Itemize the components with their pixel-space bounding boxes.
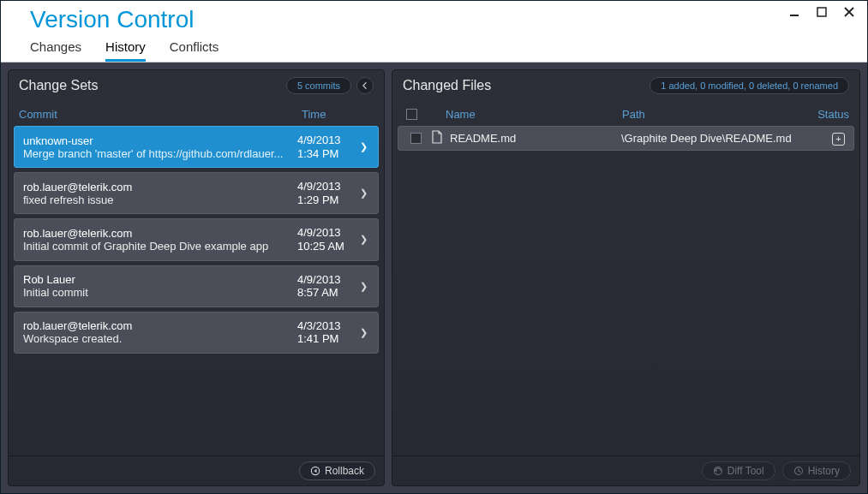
- commit-date: 4/9/2013: [297, 180, 357, 193]
- rollback-button[interactable]: Rollback: [299, 461, 375, 480]
- close-button[interactable]: [843, 6, 855, 18]
- column-header-commit: Commit: [19, 108, 302, 121]
- minimize-button[interactable]: [788, 6, 800, 18]
- commit-count-badge: 5 commits: [286, 77, 351, 94]
- commit-date: 4/3/2013: [297, 319, 357, 333]
- commit-message: Initial commit: [23, 286, 297, 299]
- chevron-right-icon: ❯: [357, 141, 369, 152]
- change-sets-header: Change Sets 5 commits: [9, 70, 384, 101]
- change-sets-panel: Change Sets 5 commits Commit Time unknow…: [8, 69, 385, 486]
- rollback-icon: [310, 466, 320, 476]
- svg-rect-1: [817, 8, 826, 16]
- commit-message: Initial commit of Graphite Deep Dive exa…: [23, 240, 297, 253]
- titlebar: Version Control Changes History Conflict…: [1, 1, 867, 62]
- commit-time: 1:29 PM: [297, 193, 357, 207]
- changed-files-column-headers: Name Path Status: [392, 101, 859, 126]
- history-icon: [793, 466, 804, 476]
- history-button[interactable]: History: [782, 461, 851, 480]
- chevron-right-icon: ❯: [357, 327, 369, 338]
- window-controls: [788, 1, 867, 18]
- commit-time: 10:25 AM: [297, 240, 357, 253]
- collapse-panel-button[interactable]: [356, 77, 374, 94]
- changed-files-summary: 1 added, 0 modified, 0 deleted, 0 rename…: [650, 77, 849, 94]
- app-title: Version Control: [1, 1, 194, 33]
- close-icon: [844, 7, 854, 17]
- svg-rect-0: [790, 15, 799, 16]
- select-all-checkbox[interactable]: [406, 109, 417, 120]
- file-row[interactable]: README.md \Graphite Deep Dive\README.md …: [398, 126, 854, 151]
- file-checkbox[interactable]: [410, 133, 422, 144]
- commit-list: unknown-user Merge branch 'master' of ht…: [9, 126, 384, 455]
- chevron-right-icon: ❯: [357, 281, 369, 292]
- commit-row[interactable]: rob.lauer@telerik.com Workspace created.…: [14, 312, 379, 354]
- maximize-button[interactable]: [816, 6, 828, 18]
- changed-files-footer: Diff Tool History: [392, 455, 859, 485]
- tab-history[interactable]: History: [105, 39, 146, 62]
- column-header-path: Path: [622, 108, 806, 121]
- file-icon: [431, 130, 443, 144]
- minimize-icon: [789, 7, 799, 17]
- chevron-right-icon: ❯: [357, 187, 369, 199]
- commit-row[interactable]: unknown-user Merge branch 'master' of ht…: [14, 126, 379, 168]
- tab-changes[interactable]: Changes: [30, 39, 81, 62]
- column-header-name: Name: [446, 108, 622, 121]
- commit-date: 4/9/2013: [297, 134, 357, 147]
- commit-author: rob.lauer@telerik.com: [23, 227, 297, 240]
- chevron-right-icon: ❯: [357, 234, 369, 245]
- diff-icon: [713, 466, 723, 476]
- tab-conflicts[interactable]: Conflicts: [170, 39, 219, 62]
- maximize-icon: [817, 7, 827, 17]
- file-path: \Graphite Deep Dive\README.md: [621, 132, 811, 145]
- column-header-time: Time: [302, 108, 374, 121]
- commit-author: rob.lauer@telerik.com: [23, 181, 297, 193]
- column-header-status: Status: [806, 108, 849, 121]
- commit-time: 1:41 PM: [297, 332, 357, 346]
- commit-message: fixed refresh issue: [23, 193, 297, 206]
- change-sets-title: Change Sets: [19, 78, 99, 93]
- chevron-left-icon: [362, 82, 368, 89]
- commit-author: rob.lauer@telerik.com: [23, 319, 297, 332]
- main-tabs: Changes History Conflicts: [1, 39, 218, 62]
- content-area: Change Sets 5 commits Commit Time unknow…: [1, 62, 867, 493]
- commit-row[interactable]: Rob Lauer Initial commit 4/9/2013 8:57 A…: [14, 265, 379, 307]
- commit-date: 4/9/2013: [297, 273, 357, 287]
- diff-tool-button[interactable]: Diff Tool: [702, 461, 775, 480]
- changed-files-panel: Changed Files 1 added, 0 modified, 0 del…: [392, 69, 860, 486]
- commit-row[interactable]: rob.lauer@telerik.com Initial commit of …: [14, 218, 379, 260]
- commit-message: Workspace created.: [23, 332, 297, 345]
- status-added-icon: +: [832, 133, 845, 146]
- changed-files-header: Changed Files 1 added, 0 modified, 0 del…: [392, 70, 859, 101]
- app-window: Version Control Changes History Conflict…: [0, 0, 868, 494]
- commit-time: 1:34 PM: [297, 147, 357, 161]
- changed-files-title: Changed Files: [403, 78, 491, 93]
- commit-author: Rob Lauer: [23, 273, 297, 286]
- commit-date: 4/9/2013: [297, 226, 357, 240]
- commit-author: unknown-user: [23, 134, 297, 147]
- commit-time: 8:57 AM: [297, 286, 357, 300]
- commit-message: Merge branch 'master' of https://github.…: [23, 147, 297, 160]
- changed-files-list: README.md \Graphite Deep Dive\README.md …: [392, 126, 859, 455]
- file-name: README.md: [450, 132, 621, 145]
- change-sets-footer: Rollback: [9, 455, 384, 485]
- change-sets-column-headers: Commit Time: [9, 101, 384, 126]
- commit-row[interactable]: rob.lauer@telerik.com fixed refresh issu…: [14, 172, 379, 214]
